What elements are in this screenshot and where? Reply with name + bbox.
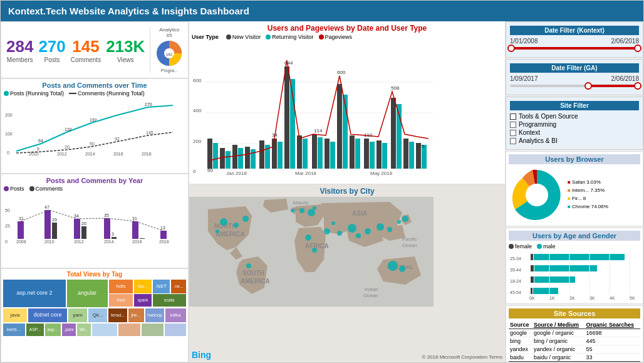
svg-text:270: 270: [145, 102, 152, 107]
svg-rect-138: [403, 139, 408, 169]
svg-text:Indian: Indian: [365, 287, 378, 292]
svg-text:64: 64: [38, 139, 43, 143]
filter-analytics-checkbox[interactable]: [510, 138, 516, 144]
filter-analytics[interactable]: Analytics & BI: [510, 137, 639, 144]
svg-text:2018: 2018: [142, 152, 152, 156]
svg-text:AFRICA: AFRICA: [305, 243, 329, 250]
svg-rect-200: [534, 276, 575, 283]
svg-rect-43: [140, 238, 145, 239]
svg-rect-139: [409, 142, 414, 169]
filter-tools-checkbox[interactable]: [510, 113, 516, 120]
filter-kontext-checkbox[interactable]: [510, 130, 516, 136]
svg-text:0K: 0K: [529, 296, 535, 300]
svg-text:145: 145: [146, 130, 153, 135]
date-kontext-slider[interactable]: [510, 47, 639, 50]
svg-point-169: [242, 216, 249, 222]
medium-baidu: baidu / organic: [532, 354, 585, 362]
sources-data-table: Source Source / Medium Organic Searches …: [509, 321, 640, 362]
svg-text:2014: 2014: [104, 239, 114, 244]
svg-rect-198: [534, 265, 597, 271]
svg-text:ha...: ha...: [138, 283, 148, 289]
svg-text:3: 3: [112, 232, 114, 236]
svg-text:182: 182: [166, 53, 173, 56]
svg-rect-119: [278, 142, 283, 169]
kpi-comments: 145 Comments: [71, 37, 101, 63]
svg-rect-201: [531, 288, 532, 294]
svg-text:angular: angular: [78, 290, 96, 296]
svg-text:Pacific: Pacific: [402, 236, 417, 242]
svg-rect-39: [112, 237, 117, 239]
svg-rect-45: [160, 231, 167, 239]
source-row-baidu: baidu baidu / organic 33: [509, 354, 640, 362]
svg-text:SOUTH: SOUTH: [242, 270, 264, 276]
age-gender-chart: Users by Age and Gender female male 25-3…: [506, 228, 643, 304]
svg-point-173: [313, 206, 316, 210]
svg-text:scala: scala: [164, 298, 174, 302]
posts-comments-year-legend: Posts Comments: [4, 186, 185, 192]
kpi-views: 213K Views: [106, 37, 145, 63]
svg-rect-132: [364, 139, 369, 169]
svg-text:AMERICA: AMERICA: [216, 231, 245, 238]
kpi-views-label: Views: [106, 56, 145, 63]
svg-text:2016: 2016: [113, 152, 123, 156]
svg-rect-109: [213, 143, 218, 169]
svg-text:1K: 1K: [549, 296, 555, 300]
source-row-yandex: yandex yandex / organic 55: [509, 345, 640, 354]
svg-text:asp...: asp...: [47, 327, 58, 332]
analytics-pie-chart: 182: [154, 38, 184, 68]
filter-tools[interactable]: Tools & Open Source: [510, 113, 639, 120]
svg-rect-30: [44, 210, 51, 239]
date-ga-end: 2/06/2018: [611, 75, 640, 82]
svg-point-180: [397, 220, 401, 224]
svg-text:600: 600: [337, 70, 346, 75]
medium-col-header: Source / Medium: [532, 321, 585, 329]
svg-text:47: 47: [44, 205, 49, 209]
svg-text:2012: 2012: [74, 239, 84, 244]
svg-text:Qli...: Qli...: [93, 312, 103, 318]
total-views-title: Total Views by Tag: [3, 271, 186, 278]
svg-text:200: 200: [5, 113, 13, 117]
source-yandex: yandex: [509, 345, 532, 354]
svg-rect-122: [297, 135, 302, 169]
searches-google: 16698: [584, 329, 640, 337]
source-baidu: baidu: [509, 354, 532, 362]
date-ga-slider[interactable]: [510, 85, 639, 87]
filter-programming-checkbox[interactable]: [510, 122, 516, 128]
svg-text:25: 25: [5, 224, 10, 228]
medium-yandex: yandex / organic: [532, 345, 585, 354]
svg-text:114: 114: [314, 128, 323, 134]
svg-point-181: [402, 216, 408, 222]
date-filter-ga: Date Filter (GA) 1/09/2017 2/06/2018: [506, 59, 643, 95]
filter-programming-label: Programming: [519, 121, 556, 128]
svg-text:13: 13: [160, 226, 165, 230]
svg-rect-202: [533, 288, 558, 294]
posts-comments-time-svg: 0 100 200 2010 2012 2014 2016 2018 64 13…: [4, 98, 185, 157]
map-title: Visitors by City: [189, 184, 505, 198]
filter-kontext-label: Kontext: [519, 129, 540, 136]
svg-rect-135: [382, 143, 387, 169]
svg-text:60: 60: [207, 167, 213, 173]
date-ga-start: 1/09/2017: [510, 75, 538, 82]
searches-baidu: 33: [584, 354, 640, 362]
svg-rect-111: [226, 151, 231, 169]
svg-rect-128: [337, 84, 342, 169]
users-pageviews-chart: Users and Pageviews by Date and User Typ…: [189, 21, 505, 184]
kpi-members-label: Members: [6, 56, 33, 63]
filter-programming[interactable]: Programming: [510, 121, 639, 128]
filter-tools-label: Tools & Open Source: [519, 113, 578, 120]
svg-text:175: 175: [416, 144, 425, 149]
svg-text:Ocean: Ocean: [402, 243, 417, 248]
svg-text:Wi...: Wi...: [80, 327, 88, 332]
svg-text:100: 100: [5, 132, 13, 136]
svg-point-179: [387, 227, 392, 232]
users-browser-chart: Users by Browser ■ Safari 3.0: [506, 151, 643, 226]
svg-text:34: 34: [74, 214, 79, 218]
svg-text:110: 110: [364, 132, 373, 138]
filter-kontext[interactable]: Kontext: [510, 129, 639, 136]
svg-point-176: [348, 224, 356, 233]
svg-text:34: 34: [272, 132, 278, 138]
map-copyright: © 2018 Microsoft Corporation Terms: [422, 354, 502, 360]
svg-rect-130: [350, 135, 355, 169]
posts-comments-year-chart: Posts and Comments by Year Posts Comment…: [1, 174, 189, 269]
date-filter-ga-title: Date Filter (GA): [510, 63, 639, 73]
